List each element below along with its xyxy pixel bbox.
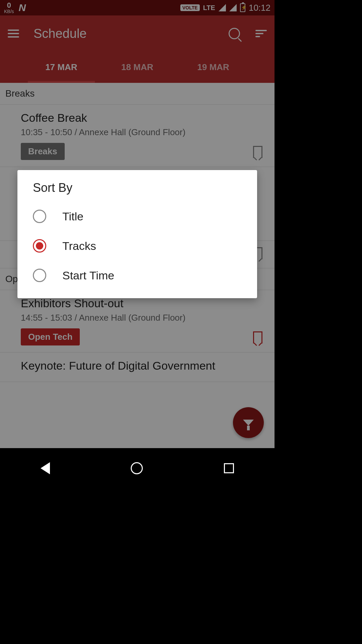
sort-option-title[interactable]: Title (17, 202, 257, 231)
nav-back-button[interactable] (41, 462, 50, 474)
dialog-title: Sort By (17, 181, 257, 202)
radio-label: Title (62, 210, 83, 223)
nav-home-button[interactable] (131, 462, 143, 474)
recent-icon (224, 463, 234, 473)
radio-label: Start Time (62, 269, 114, 282)
system-nav-bar (0, 448, 275, 488)
radio-icon (33, 269, 46, 282)
sort-by-dialog: Sort By Title Tracks Start Time (17, 170, 257, 298)
back-icon (41, 462, 50, 474)
radio-label: Tracks (62, 239, 96, 253)
home-icon (131, 462, 143, 474)
nav-recent-button[interactable] (224, 463, 234, 473)
sort-option-start-time[interactable]: Start Time (17, 261, 257, 290)
radio-icon-selected (33, 239, 46, 253)
sort-option-tracks[interactable]: Tracks (17, 231, 257, 261)
radio-icon (33, 210, 46, 223)
